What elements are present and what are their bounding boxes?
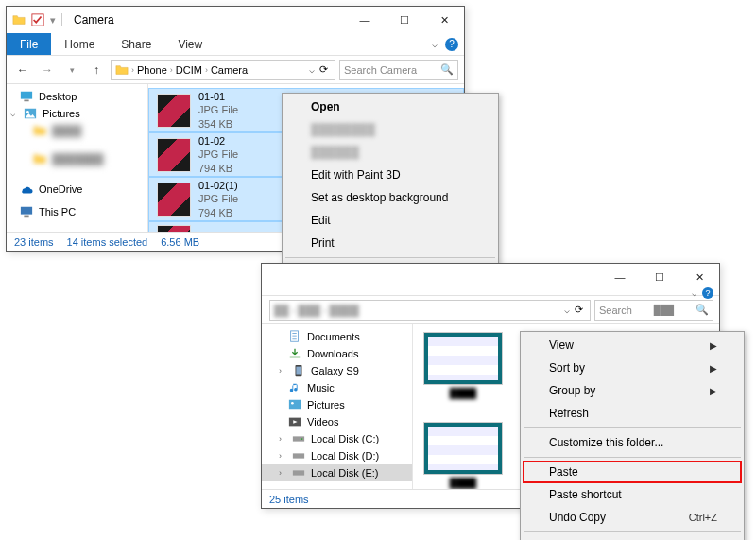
file-thumbnail (157, 138, 191, 172)
tab-share[interactable]: Share (108, 33, 164, 55)
close-button[interactable]: ✕ (679, 264, 719, 290)
address-bar[interactable]: ██ › ███ › ████ ⌵ ⟳ (269, 300, 591, 321)
tab-view[interactable]: View (164, 33, 215, 55)
help-icon[interactable]: ? (445, 38, 458, 51)
breadcrumb[interactable]: DCIM (176, 64, 202, 76)
nav-local-disk-c[interactable]: › Local Disk (C:) (262, 430, 412, 447)
file-item-blurred[interactable]: ████ (421, 422, 506, 489)
menu-item-blurred[interactable]: ████████ (284, 118, 496, 141)
nav-documents[interactable]: Documents (262, 328, 412, 345)
chevron-right-icon[interactable]: › (279, 451, 286, 461)
svg-rect-5 (21, 207, 32, 215)
file-type: JPG File (198, 192, 238, 205)
up-button[interactable]: ↑ (86, 60, 107, 80)
ribbon-tabs: File Home Share View ⌵ ? (7, 33, 464, 56)
minimize-button[interactable]: — (345, 7, 385, 33)
nav-pictures[interactable]: ⌵ Pictures (7, 105, 147, 122)
menu-give-access-to[interactable]: Give access to▶ (523, 535, 742, 540)
pictures-icon (24, 107, 37, 120)
menu-group-by[interactable]: Group by▶ (523, 379, 742, 402)
nav-onedrive[interactable]: OneDrive (7, 181, 147, 198)
help-icon[interactable]: ? (702, 287, 713, 299)
file-name: 01-02(2) (198, 229, 238, 232)
search-icon[interactable]: 🔍 (696, 304, 709, 316)
chevron-right-icon[interactable]: › (279, 366, 286, 375)
nav-desktop[interactable]: Desktop (7, 88, 147, 105)
nav-item-blurred[interactable]: ████ (7, 122, 147, 139)
quick-access-toolbar: ▾ (12, 13, 62, 26)
chevron-right-icon[interactable]: › (279, 468, 286, 478)
file-type: JPG File (198, 103, 238, 116)
address-dropdown-icon[interactable]: ⌵ (564, 305, 570, 315)
forward-button[interactable]: → (37, 60, 58, 80)
nav-label: Local Disk (E:) (311, 467, 379, 479)
menu-item-blurred[interactable]: ██████ (284, 141, 496, 164)
maximize-button[interactable]: ☐ (640, 264, 679, 290)
nav-this-pc[interactable]: This PC (7, 203, 147, 220)
file-name: ████ (450, 388, 476, 398)
chevron-down-icon[interactable]: ⌵ (10, 109, 18, 118)
nav-pictures[interactable]: Pictures (262, 396, 412, 413)
menu-set-desktop-bg[interactable]: Set as desktop background (284, 186, 496, 209)
menu-undo-copy[interactable]: Undo CopyCtrl+Z (523, 506, 742, 529)
menu-view[interactable]: View▶ (523, 334, 742, 357)
svg-rect-10 (289, 400, 301, 410)
nav-videos[interactable]: Videos (262, 413, 412, 430)
refresh-button[interactable]: ⟳ (317, 63, 331, 76)
svg-rect-9 (296, 367, 301, 375)
nav-music[interactable]: Music (262, 379, 412, 396)
window-controls: — ☐ ✕ (345, 7, 464, 33)
window-title: Camera (74, 13, 114, 26)
navigation-pane[interactable]: Documents Downloads › Galaxy S9 Music Pi… (262, 324, 413, 489)
chevron-right-icon[interactable]: › (205, 65, 208, 75)
breadcrumb[interactable]: Phone (137, 64, 167, 76)
ribbon-expand-icon[interactable]: ⌵ (692, 288, 696, 298)
navigation-pane[interactable]: Desktop ⌵ Pictures ████ ███████ OneDrive (7, 84, 148, 232)
address-bar-row: ← → ▾ ↑ › Phone › DCIM › Camera ⌵ ⟳ Sear… (7, 56, 464, 84)
search-box[interactable]: Search Camera 🔍 (339, 60, 458, 80)
search-icon[interactable]: 🔍 (440, 63, 454, 76)
maximize-button[interactable]: ☐ (385, 7, 424, 33)
ribbon-expand-icon[interactable]: ⌵ (432, 39, 438, 49)
nav-local-disk-d[interactable]: › Local Disk (D:) (262, 447, 412, 464)
nav-label: Music (307, 382, 335, 393)
nav-item-blurred[interactable]: ███████ (7, 150, 147, 167)
properties-check-icon[interactable] (31, 13, 44, 26)
menu-open[interactable]: Open (284, 96, 496, 118)
chevron-right-icon[interactable]: › (170, 65, 173, 75)
refresh-button[interactable]: ⟳ (572, 304, 586, 316)
svg-rect-6 (24, 216, 28, 218)
menu-customize-folder[interactable]: Customize this folder... (523, 431, 742, 454)
menu-refresh[interactable]: Refresh (523, 402, 742, 425)
file-item-blurred[interactable]: ████ (421, 332, 506, 410)
menu-sort-by[interactable]: Sort by▶ (523, 357, 742, 379)
chevron-right-icon[interactable]: › (131, 65, 134, 75)
minimize-button[interactable]: — (600, 264, 640, 290)
address-bar[interactable]: › Phone › DCIM › Camera ⌵ ⟳ (111, 60, 335, 80)
nav-galaxy-s9[interactable]: › Galaxy S9 (262, 362, 412, 379)
menu-edit[interactable]: Edit (284, 209, 496, 232)
search-box[interactable]: Search ███ 🔍 (594, 300, 713, 321)
breadcrumb[interactable]: Camera (211, 64, 248, 76)
svg-point-14 (301, 438, 303, 440)
titlebar[interactable]: ▾ Camera — ☐ ✕ (7, 7, 464, 33)
nav-label: Videos (307, 416, 338, 427)
menu-paste-shortcut[interactable]: Paste shortcut (523, 483, 742, 506)
back-button[interactable]: ← (12, 60, 33, 80)
selection-size: 6.56 MB (161, 236, 199, 248)
menu-print[interactable]: Print (284, 232, 496, 254)
nav-downloads[interactable]: Downloads (262, 345, 412, 362)
titlebar[interactable]: — ☐ ✕ (262, 264, 719, 290)
chevron-right-icon[interactable]: › (279, 434, 286, 444)
menu-separator (524, 457, 741, 458)
address-dropdown-icon[interactable]: ⌵ (309, 64, 315, 75)
recent-locations-button[interactable]: ▾ (61, 60, 82, 80)
close-button[interactable]: ✕ (424, 7, 464, 33)
tab-home[interactable]: Home (51, 33, 108, 55)
menu-edit-paint3d[interactable]: Edit with Paint 3D (284, 164, 496, 186)
nav-local-disk-e[interactable]: › Local Disk (E:) (262, 464, 412, 481)
menu-separator (524, 531, 741, 532)
tab-file[interactable]: File (7, 33, 51, 55)
nav-label: Local Disk (D:) (311, 450, 379, 462)
menu-paste[interactable]: Paste (523, 461, 742, 483)
